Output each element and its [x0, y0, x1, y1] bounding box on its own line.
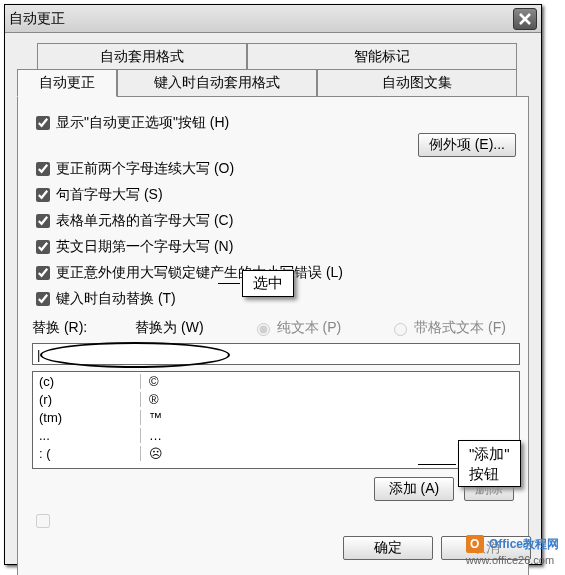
- cap-cells-label: 表格单元格的首字母大写 (C): [56, 212, 233, 230]
- tab-content: 显示"自动更正选项"按钮 (H) 更正前两个字母连续大写 (O) 句首字母大写 …: [17, 96, 529, 575]
- show-button-label: 显示"自动更正选项"按钮 (H): [56, 114, 229, 132]
- replace-input[interactable]: [32, 343, 520, 365]
- tab-row-upper: 自动套用格式 智能标记: [37, 43, 529, 70]
- caps-lock-checkbox[interactable]: [36, 266, 50, 280]
- two-caps-label: 更正前两个字母连续大写 (O): [56, 160, 234, 178]
- plain-text-radio[interactable]: [257, 323, 270, 336]
- close-button[interactable]: [513, 8, 537, 30]
- tab-autocorrect[interactable]: 自动更正: [17, 69, 117, 97]
- cap-sentence-checkbox[interactable]: [36, 188, 50, 202]
- replace-typing-checkbox[interactable]: [36, 292, 50, 306]
- cap-days-checkbox[interactable]: [36, 240, 50, 254]
- list-item: : (☹: [33, 444, 519, 462]
- list-item: (r)®: [33, 390, 519, 408]
- exceptions-button[interactable]: 例外项 (E)...: [418, 133, 516, 157]
- ok-button[interactable]: 确定: [343, 536, 433, 560]
- annotation-selected: 选中: [242, 270, 294, 297]
- replace-typing-label: 键入时自动替换 (T): [56, 290, 176, 308]
- cap-days-label: 英文日期第一个字母大写 (N): [56, 238, 233, 256]
- with-label: 替换为 (W): [135, 319, 203, 337]
- plain-text-label: 纯文本 (P): [277, 319, 342, 337]
- suggest-checkbox[interactable]: [36, 514, 50, 528]
- list-item: (c)©: [33, 372, 519, 390]
- caps-lock-label: 更正意外使用大写锁定键产生的大小写错误 (L): [56, 264, 343, 282]
- replace-label: 替换 (R):: [32, 319, 87, 337]
- titlebar: 自动更正: [5, 5, 541, 33]
- watermark-brand: Office教程网: [489, 537, 559, 551]
- show-button-checkbox[interactable]: [36, 116, 50, 130]
- tab-autoformat[interactable]: 自动套用格式: [37, 43, 247, 70]
- formatted-text-label: 带格式文本 (F): [414, 319, 506, 337]
- annotation-connector: [418, 464, 456, 465]
- formatted-text-radio[interactable]: [394, 323, 407, 336]
- tab-autoformat-typing[interactable]: 键入时自动套用格式: [117, 69, 317, 97]
- two-caps-checkbox[interactable]: [36, 162, 50, 176]
- tab-row-lower: 自动更正 键入时自动套用格式 自动图文集: [17, 69, 529, 97]
- tab-autotext[interactable]: 自动图文集: [317, 69, 517, 97]
- replacement-listbox[interactable]: (c)© (r)® (tm)™ ...… : (☹: [32, 371, 520, 469]
- cap-cells-checkbox[interactable]: [36, 214, 50, 228]
- dialog-body: 自动套用格式 智能标记 自动更正 键入时自动套用格式 自动图文集 显示"自动更正…: [5, 33, 541, 575]
- close-icon: [519, 13, 531, 25]
- annotation-connector: [218, 283, 240, 284]
- cap-sentence-label: 句首字母大写 (S): [56, 186, 163, 204]
- watermark-url: www.office26.com: [466, 554, 554, 566]
- office-icon: O: [466, 535, 484, 553]
- add-button[interactable]: 添加 (A): [374, 477, 454, 501]
- list-item: ...…: [33, 426, 519, 444]
- list-item: (tm)™: [33, 408, 519, 426]
- tab-smarttags[interactable]: 智能标记: [247, 43, 517, 70]
- annotation-add-button: "添加" 按钮: [458, 440, 521, 487]
- watermark: O Office教程网 www.office26.com: [466, 535, 559, 567]
- window-title: 自动更正: [9, 10, 65, 28]
